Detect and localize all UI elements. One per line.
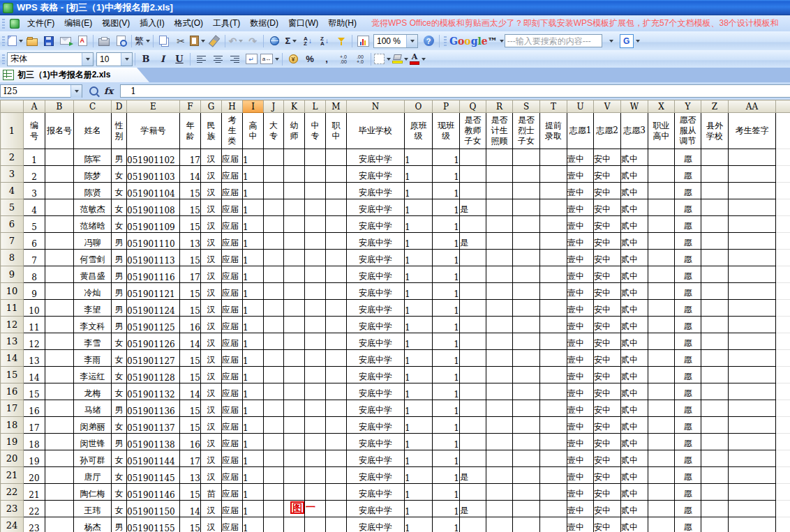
cell-Z4[interactable] — [701, 183, 729, 199]
cell-H24[interactable]: 应届 — [222, 517, 243, 532]
cell-O10[interactable]: 1 — [405, 283, 433, 300]
column-header-P[interactable]: P — [433, 100, 460, 113]
cell-B19[interactable] — [45, 434, 74, 450]
cell-AA9[interactable] — [729, 266, 776, 283]
help-button[interactable]: ? — [421, 33, 436, 49]
cell-Y20[interactable]: 愿 — [675, 450, 701, 467]
cell-B4[interactable] — [45, 183, 74, 199]
cell-V11[interactable]: 安中 — [594, 300, 621, 317]
cell-W14[interactable]: 贰中 — [621, 350, 648, 367]
cell-X1[interactable]: 职业 高中 — [648, 113, 675, 149]
cell-W10[interactable]: 贰中 — [621, 283, 648, 300]
cell-D20[interactable]: 女 — [112, 450, 127, 467]
cell-F1[interactable]: 年 龄 — [180, 113, 201, 149]
cell-Q11[interactable] — [460, 300, 486, 317]
cell-B2[interactable] — [45, 149, 74, 166]
cell-O5[interactable]: 1 — [405, 199, 433, 216]
column-header-R[interactable]: R — [486, 100, 513, 113]
row-header-20[interactable]: 20 — [1, 450, 24, 467]
cell-T15[interactable] — [540, 367, 567, 383]
cell-I3[interactable]: 1 — [243, 166, 264, 183]
toolbar-grip[interactable] — [2, 36, 5, 46]
toolbar-grip[interactable] — [2, 19, 5, 29]
cell-U10[interactable]: 壹中 — [567, 283, 594, 300]
cell-O6[interactable]: 1 — [405, 216, 433, 233]
cell-E19[interactable]: 051901138 — [127, 434, 180, 450]
cell-L2[interactable] — [305, 149, 326, 166]
cell-A3[interactable]: 2 — [24, 166, 45, 183]
cell-X6[interactable] — [648, 216, 675, 233]
cell-H5[interactable]: 应届 — [222, 199, 243, 216]
cell-Z14[interactable] — [701, 350, 729, 367]
cell-U1[interactable]: 志愿1 — [567, 113, 594, 149]
export-pdf-button[interactable] — [75, 33, 90, 49]
cell-P16[interactable]: 1 — [433, 383, 460, 400]
menu-item[interactable]: 帮助(H) — [323, 15, 362, 31]
cell-D23[interactable]: 女 — [112, 501, 127, 517]
cell-I2[interactable]: 1 — [243, 149, 264, 166]
cell-F4[interactable]: 15 — [180, 183, 201, 199]
cell-I17[interactable]: 1 — [243, 400, 264, 417]
cell-S20[interactable] — [513, 450, 540, 467]
cell-M6[interactable] — [326, 216, 347, 233]
cell-X18[interactable] — [648, 417, 675, 434]
cell-C6[interactable]: 范绪晗 — [74, 216, 112, 233]
cell-Z12[interactable] — [701, 317, 729, 333]
align-left-button[interactable] — [193, 52, 209, 67]
cell-U19[interactable]: 壹中 — [567, 434, 594, 450]
italic-button[interactable]: I — [155, 52, 170, 67]
align-center-button[interactable] — [210, 52, 225, 67]
cell-C1[interactable]: 姓名 — [74, 113, 112, 149]
cell-M12[interactable] — [326, 317, 347, 333]
cell-Y14[interactable]: 愿 — [675, 350, 701, 367]
cell-X16[interactable] — [648, 383, 675, 400]
cell-U4[interactable]: 壹中 — [567, 183, 594, 199]
cell-D9[interactable]: 男 — [112, 266, 127, 283]
cell-P17[interactable]: 1 — [433, 400, 460, 417]
cell-A21[interactable]: 20 — [24, 467, 45, 484]
cell-L4[interactable] — [305, 183, 326, 199]
cell-M13[interactable] — [326, 333, 347, 350]
cell-R12[interactable] — [486, 317, 513, 333]
cell-Z20[interactable] — [701, 450, 729, 467]
cell-L13[interactable] — [305, 333, 326, 350]
cell-R17[interactable] — [486, 400, 513, 417]
cell-Y3[interactable]: 愿 — [675, 166, 701, 183]
cell-Y7[interactable]: 愿 — [675, 233, 701, 250]
cell-V12[interactable]: 安中 — [594, 317, 621, 333]
cell-F7[interactable]: 13 — [180, 233, 201, 250]
cell-Q21[interactable]: 是 — [460, 467, 486, 484]
cell-E24[interactable]: 051901155 — [127, 517, 180, 532]
cell-F6[interactable]: 15 — [180, 216, 201, 233]
cell-F20[interactable]: 17 — [180, 450, 201, 467]
column-header-F[interactable]: F — [180, 100, 201, 113]
cell-N4[interactable]: 安底中学 — [347, 183, 405, 199]
row-header-16[interactable]: 16 — [1, 383, 24, 400]
cell-P2[interactable]: 1 — [433, 149, 460, 166]
cell-AA7[interactable] — [729, 233, 776, 250]
cell-P5[interactable]: 1 — [433, 199, 460, 216]
cell-AA15[interactable] — [729, 367, 776, 383]
cell-L19[interactable] — [305, 434, 326, 450]
cell-V7[interactable]: 安中 — [594, 233, 621, 250]
cell-E20[interactable]: 051901144 — [127, 450, 180, 467]
cell-Y13[interactable]: 愿 — [675, 333, 701, 350]
cell-L17[interactable] — [305, 400, 326, 417]
cell-P8[interactable]: 1 — [433, 250, 460, 266]
cell-U13[interactable]: 壹中 — [567, 333, 594, 350]
column-header-E[interactable]: E — [127, 100, 180, 113]
cell-T18[interactable] — [540, 417, 567, 434]
cell-F8[interactable]: 15 — [180, 250, 201, 266]
cell-M11[interactable] — [326, 300, 347, 317]
cell-Y10[interactable]: 愿 — [675, 283, 701, 300]
column-header-Z[interactable]: Z — [701, 100, 729, 113]
row-header-21[interactable]: 21 — [1, 467, 24, 484]
cell-C22[interactable]: 陶仁梅 — [74, 484, 112, 501]
cell-H15[interactable]: 应届 — [222, 367, 243, 383]
cell-N21[interactable]: 安底中学 — [347, 467, 405, 484]
cell-O22[interactable]: 1 — [405, 484, 433, 501]
cell-Y9[interactable]: 愿 — [675, 266, 701, 283]
cell-Z7[interactable] — [701, 233, 729, 250]
currency-button[interactable]: ¥ — [285, 52, 301, 67]
cell-S4[interactable] — [513, 183, 540, 199]
